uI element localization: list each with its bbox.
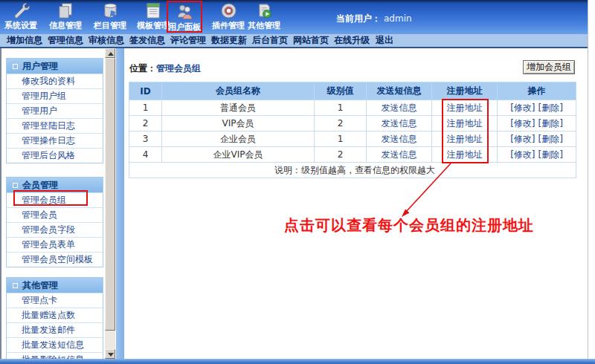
table-note: 说明：级别值越高，查看信息的权限越大 [129,163,576,178]
table-row: 4 企业VIP会员 2 发送信息 注册地址 [修改][删除] [129,147,576,163]
register-address-link[interactable]: 注册地址 [447,118,483,129]
sidebar-item-batch-send-email[interactable]: 批量发送邮件 [7,322,103,337]
frame-divider [116,48,124,359]
table-row: 3 企业会员 1 发送信息 注册地址 [修改][删除] [129,131,576,147]
module-user-panel[interactable]: 用户面板 [167,1,202,33]
sidebar-item-batch-send-messages[interactable]: 批量发送短信息 [7,337,103,352]
module-label: 用户面板 [168,22,201,32]
cell-id: 3 [129,131,162,147]
sidebar-item-member-space-templates[interactable]: 管理会员空间模板 [7,252,103,267]
cell-level: 2 [315,116,367,131]
cell-id: 2 [129,116,162,131]
collapse-square-icon [13,183,18,188]
sidebar-scrollbar[interactable] [105,48,115,359]
wrench-icon [3,1,39,21]
cell-id: 4 [129,147,162,163]
add-member-group-button[interactable]: 增加会员组 [523,60,575,74]
cell-id: 1 [129,100,162,116]
sidebar-item-manage-member-groups[interactable]: 管理会员组 [7,192,103,207]
menu-item-issue-info[interactable]: 签发信息 [129,34,165,47]
section-header-user-management[interactable]: 用户管理 [7,59,103,74]
current-user-label: 当前用户： [336,13,381,24]
modify-link[interactable]: [修改] [510,149,535,160]
sidebar-item-admin-style[interactable]: 管理后台风格 [7,148,103,163]
menu-item-manage-info[interactable]: 管理信息 [48,34,83,47]
register-address-link[interactable]: 注册地址 [447,103,483,113]
header-send-message: 发送短信息 [367,82,432,100]
current-user: 当前用户：admin [336,13,412,25]
collapse-square-icon [13,283,18,288]
menu-item-data-update[interactable]: 数据更新 [211,34,247,47]
window-right-edge [588,0,588,359]
module-label: 栏目管理 [92,21,128,30]
send-message-link[interactable]: 发送信息 [382,118,417,129]
module-other-management[interactable]: 其他管理 [246,1,282,33]
module-column-management[interactable]: 栏目管理 [92,1,128,33]
section-header-other-management[interactable]: 其他管理 [7,278,103,293]
table-note-row: 说明：级别值越高，查看信息的权限越大 [129,163,576,178]
module-label: 信息管理 [48,21,83,30]
sidebar-item-manage-members[interactable]: 管理会员 [7,207,103,222]
topbar: 系统设置 信息管理 栏目管理 模板管理 用户面板 [0,0,588,34]
delete-link[interactable]: [删除] [538,118,563,129]
module-label: 其他管理 [246,21,282,30]
sidebar-section-other-management: 其他管理 管理点卡 批量赠送点数 批量发送邮件 批量发送短信息 批量删除短信息 [6,277,103,364]
sidebar-item-edit-profile[interactable]: 修改我的资料 [7,74,103,88]
menu-item-site-home[interactable]: 网站首页 [293,34,329,47]
header-register-address: 注册地址 [432,82,498,100]
menu-item-online-upgrade[interactable]: 在线升级 [334,34,370,47]
menu-item-logout[interactable]: 退出 [375,34,394,47]
lifering-icon [210,1,246,21]
delete-link[interactable]: [删除] [538,149,563,160]
delete-link[interactable]: [删除] [538,103,563,113]
breadcrumb-label: 位置： [129,63,156,74]
modify-link[interactable]: [修改] [510,103,535,113]
scrollbar-down-button[interactable] [105,349,115,359]
sidebar-item-manage-users[interactable]: 管理用户 [7,103,103,118]
modify-link[interactable]: [修改] [510,118,535,129]
sidebar-item-manage-point-cards[interactable]: 管理点卡 [7,293,103,308]
sidebar-section-user-management: 用户管理 修改我的资料 管理用户组 管理用户 管理登陆日志 管理操作日志 管理后… [6,58,103,163]
pages-icon [48,1,83,21]
module-label: 插件管理 [210,21,246,30]
section-title: 其他管理 [22,279,58,293]
scrollbar-thumb[interactable] [105,58,115,331]
module-system-settings[interactable]: 系统设置 [3,1,39,33]
header-operations: 操作 [498,82,576,100]
header-id: ID [129,82,162,100]
table-row: 2 VIP会员 2 发送信息 注册地址 [修改][删除] [129,116,576,131]
cell-group-name: 企业VIP会员 [162,147,315,163]
section-header-member-management[interactable]: 会员管理 [7,178,103,192]
send-message-link[interactable]: 发送信息 [382,149,417,160]
delete-link[interactable]: [删除] [538,134,563,144]
register-address-link[interactable]: 注册地址 [447,149,483,160]
users-icon [168,2,201,22]
sidebar-item-member-fields[interactable]: 管理会员字段 [7,222,103,237]
template-icon [135,1,171,21]
module-info-management[interactable]: 信息管理 [48,1,83,33]
menu-item-admin-home[interactable]: 后台首页 [252,34,288,47]
sidebar-item-operation-logs[interactable]: 管理操作日志 [7,133,103,148]
module-plugin-management[interactable]: 插件管理 [210,1,246,33]
header-level: 级别值 [315,82,367,100]
modify-link[interactable]: [修改] [510,134,535,144]
table-header-row: ID 会员组名称 级别值 发送短信息 注册地址 操作 [129,82,576,100]
menu-item-comment-management[interactable]: 评论管理 [170,34,206,47]
module-template-management[interactable]: 模板管理 [135,1,171,33]
section-title: 用户管理 [22,59,58,74]
send-message-link[interactable]: 发送信息 [382,103,417,113]
send-message-link[interactable]: 发送信息 [382,134,417,144]
member-group-table: ID 会员组名称 级别值 发送短信息 注册地址 操作 1 普通会员 1 发送信息… [129,82,576,178]
sidebar-item-member-forms[interactable]: 管理会员表单 [7,237,103,252]
triangle-down-icon [108,353,114,357]
register-address-link[interactable]: 注册地址 [447,134,483,144]
sidebar-item-manage-user-groups[interactable]: 管理用户组 [7,88,103,103]
database-icon [92,1,128,21]
cell-level: 1 [315,131,367,147]
menu-item-review-info[interactable]: 审核信息 [89,34,124,47]
scrollbar-up-button[interactable] [105,48,115,58]
breadcrumb-link[interactable]: 管理会员组 [156,63,201,74]
sidebar-item-batch-give-points[interactable]: 批量赠送点数 [7,308,103,322]
menu-item-add-info[interactable]: 增加信息 [7,34,42,47]
sidebar-item-login-logs[interactable]: 管理登陆日志 [7,118,103,133]
